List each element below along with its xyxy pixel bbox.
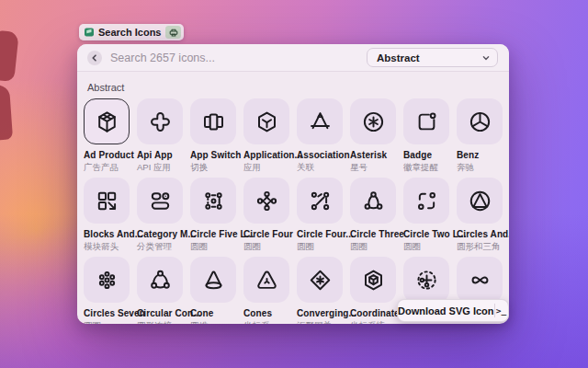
icon-card[interactable] (457, 178, 503, 224)
circle-three-icon (360, 188, 387, 214)
dropdown-value: Abstract (377, 52, 482, 63)
icon-label-zh: 广告产品 (84, 162, 130, 174)
icon-label-zh: 圆锥 (190, 320, 236, 324)
icon-cell-ad-product[interactable]: Ad Product广告产品 (84, 98, 130, 178)
converging-gateway-icon (307, 267, 334, 293)
icon-card[interactable] (350, 98, 396, 144)
terminal-icon[interactable]: >_ (494, 305, 508, 316)
icon-label-zh: 圆圈 (84, 320, 130, 324)
circle-two-line-icon (413, 188, 440, 214)
icon-cell-api-app[interactable]: Api AppAPI 应用 (137, 98, 183, 178)
circle-four-icon (254, 188, 280, 214)
icon-card[interactable] (297, 98, 343, 144)
icon-card[interactable] (457, 98, 503, 144)
icon-label-zh: 圆形和三角 (457, 241, 503, 253)
icon-card[interactable] (84, 257, 130, 303)
icon-card[interactable] (243, 257, 289, 303)
category-management-icon (147, 188, 174, 214)
icon-card[interactable] (84, 98, 130, 144)
icon-label-zh: 星号 (350, 162, 396, 174)
ad-product-icon (94, 109, 120, 135)
asterisk-icon (360, 109, 387, 135)
icon-cell-blocks-and-arrows[interactable]: Blocks And...模块箭头 (84, 178, 130, 257)
icon-label-zh: 圆圈 (297, 241, 343, 253)
chevron-down-icon (482, 54, 490, 62)
icon-cell-coordinate-system[interactable]: Coordinate...坐标系统 (350, 257, 396, 324)
icon-card[interactable] (190, 178, 236, 224)
icon-card[interactable] (350, 257, 396, 303)
icon-card[interactable] (243, 98, 289, 144)
search-input[interactable]: Search 2657 icons... (110, 52, 367, 64)
icon-cell-benz[interactable]: Benz奔驰 (457, 98, 503, 178)
icon-label-zh: 坐标系 (243, 320, 289, 324)
icon-cell-cone[interactable]: Cone圆锥 (190, 257, 236, 324)
icon-cell-circle-four[interactable]: Circle Four圆圈 (243, 178, 289, 257)
icon-card[interactable] (297, 257, 343, 303)
icon-card[interactable] (403, 178, 449, 224)
icon-cell-category-management[interactable]: Category M...分类管理 (137, 178, 183, 257)
search-header: Search 2657 icons... Abstract (77, 44, 509, 72)
mobius-ring-icon (467, 267, 493, 293)
icon-label: Circle Two L... (403, 229, 449, 239)
icon-card[interactable] (137, 257, 183, 303)
icon-label: Circle Four (243, 229, 289, 239)
category-dropdown[interactable]: Abstract (367, 48, 498, 67)
icon-label-zh: 奔驰 (457, 162, 503, 174)
icon-card[interactable] (190, 98, 236, 144)
icon-card[interactable] (457, 257, 503, 303)
extension-icon (85, 28, 94, 37)
icon-label: Association (297, 150, 343, 160)
icon-cell-circle-five-line[interactable]: Circle Five L...圆圈 (190, 178, 236, 257)
icon-browser-window: Search 2657 icons... Abstract Abstract A… (77, 44, 509, 324)
download-svg-button[interactable]: Download SVG Icon (398, 305, 494, 316)
chevron-left-icon (91, 54, 98, 62)
icon-label: Benz (457, 150, 503, 160)
icon-label-zh: 圆圈 (243, 241, 289, 253)
icon-card[interactable] (84, 178, 130, 224)
icon-cell-badge[interactable]: Badge徽章提醒 (403, 98, 449, 178)
back-button[interactable] (87, 51, 102, 65)
icon-label-zh: 徽章提醒 (403, 162, 449, 174)
icon-card[interactable] (297, 178, 343, 224)
icon-cell-association[interactable]: Association关联 (297, 98, 343, 178)
circle-five-line-icon (200, 188, 227, 214)
icon-card[interactable] (137, 178, 183, 224)
icon-label: Badge (403, 150, 449, 160)
icon-cell-circle-three[interactable]: Circle Three圆圈 (350, 178, 396, 257)
icon-label: Circle Three (350, 229, 396, 239)
icon-cell-cones[interactable]: Cones坐标系 (243, 257, 289, 324)
icon-cell-app-switch[interactable]: App Switch切换 (190, 98, 236, 178)
association-icon (307, 109, 334, 135)
icon-label-zh: 应用 (243, 162, 289, 174)
icon-cell-asterisk[interactable]: Asterisk星号 (350, 98, 396, 178)
icon-label-zh: 关联 (297, 162, 343, 174)
icon-cell-circles-and-triangles[interactable]: Circles And...圆形和三角 (457, 178, 503, 257)
icon-label: Api App (137, 150, 183, 160)
icon-label: Application... (243, 150, 289, 160)
benz-icon (467, 109, 493, 135)
launcher-pill[interactable]: Search Icons (79, 24, 184, 40)
launcher-title: Search Icons (98, 27, 161, 38)
icon-label: Converging... (297, 308, 343, 318)
icon-cell-circle-two-line[interactable]: Circle Two L...圆圈 (403, 178, 449, 257)
printer-badge[interactable] (165, 26, 181, 39)
icon-card[interactable] (243, 178, 289, 224)
icon-card[interactable] (403, 98, 449, 144)
icon-label: Circle Five L... (190, 229, 236, 239)
icon-card[interactable] (403, 257, 449, 303)
icon-cell-circular-connection[interactable]: Circular Con...圆形连接 (137, 257, 183, 324)
api-app-icon (147, 109, 174, 135)
download-action-bar: Download SVG Icon >_ (397, 299, 509, 322)
icon-label-zh: 坐标系统 (350, 320, 396, 324)
icon-label-zh: 圆形连接 (137, 320, 183, 324)
icon-cell-application[interactable]: Application...应用 (243, 98, 289, 178)
icon-cell-circle-four-line[interactable]: Circle Four...圆圈 (297, 178, 343, 257)
icon-cell-converging-gateway[interactable]: Converging...汇聚网关 (297, 257, 343, 324)
badge-icon (413, 109, 440, 135)
icon-cell-circles-seven[interactable]: Circles Seven圆圈 (84, 257, 130, 324)
printer-icon (169, 29, 178, 37)
icon-card[interactable] (190, 257, 236, 303)
icon-card[interactable] (137, 98, 183, 144)
icon-label-zh: 切换 (190, 162, 236, 174)
icon-card[interactable] (350, 178, 396, 224)
